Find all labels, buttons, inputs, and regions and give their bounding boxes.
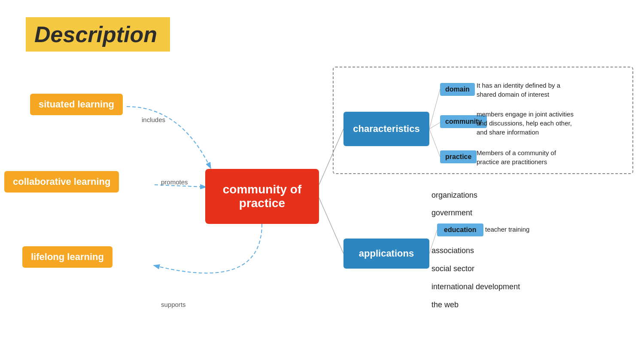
- collaborative-learning-box: collaborative learning: [4, 171, 119, 193]
- svg-line-1: [319, 198, 343, 254]
- app-item-intl-dev: international development: [431, 282, 520, 291]
- title-banner: Description: [26, 17, 170, 52]
- app-item-associations: associations: [431, 246, 474, 255]
- community-of-practice-box: community of practice: [205, 169, 319, 224]
- page-title: Description: [34, 22, 157, 47]
- domain-box: domain: [440, 83, 475, 96]
- practice-box: practice: [440, 150, 477, 163]
- app-item-government: government: [431, 208, 472, 217]
- supports-label: supports: [161, 301, 186, 308]
- education-description: teacher training: [485, 225, 529, 234]
- domain-label: domain: [445, 86, 470, 93]
- applications-box: applications: [343, 239, 429, 269]
- education-label: education: [444, 226, 477, 233]
- promotes-label: promotes: [161, 178, 188, 186]
- center-label: community of practice: [223, 183, 302, 210]
- situated-learning-box: situated learning: [30, 94, 123, 115]
- app-item-organizations: organizations: [431, 191, 477, 200]
- practice-description: Members of a community of practice are p…: [477, 148, 556, 166]
- domain-description: It has an identity defined by a shared d…: [477, 81, 560, 99]
- app-item-social: social sector: [431, 264, 474, 273]
- characteristics-label: characteristics: [353, 123, 419, 135]
- education-box: education: [437, 223, 483, 236]
- lifelong-learning-box: lifelong learning: [22, 246, 112, 268]
- practice-label: practice: [445, 153, 471, 161]
- includes-label: includes: [142, 116, 165, 123]
- app-item-web: the web: [431, 300, 459, 309]
- applications-label: applications: [359, 248, 414, 259]
- community-description: members engage in joint activities and d…: [477, 110, 574, 137]
- characteristics-box: characteristics: [343, 112, 429, 146]
